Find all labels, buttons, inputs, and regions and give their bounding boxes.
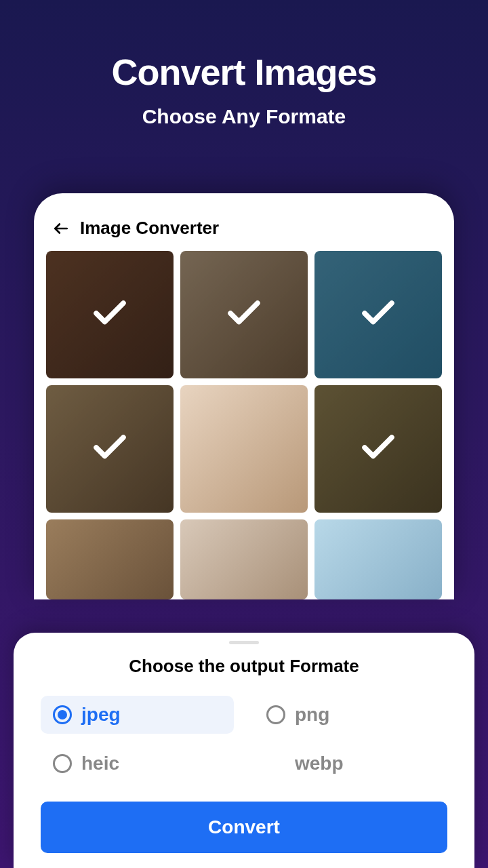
image-grid xyxy=(34,251,454,599)
hero-section: Convert Images Choose Any Formate xyxy=(0,0,488,155)
sheet-handle[interactable] xyxy=(229,641,259,644)
format-option-heic[interactable]: heic xyxy=(41,745,234,783)
sheet-title: Choose the output Formate xyxy=(41,656,447,677)
convert-button[interactable]: Convert xyxy=(41,802,447,853)
format-sheet: Choose the output Formate jpeg png heic … xyxy=(14,633,474,868)
hero-title: Convert Images xyxy=(27,51,461,93)
image-thumbnail[interactable] xyxy=(314,385,442,513)
radio-icon xyxy=(266,705,285,724)
image-thumbnail[interactable] xyxy=(314,251,442,378)
radio-icon xyxy=(53,754,72,773)
check-icon xyxy=(89,293,130,336)
image-thumbnail[interactable] xyxy=(180,251,308,378)
back-arrow-icon[interactable] xyxy=(52,219,70,238)
image-thumbnail[interactable] xyxy=(314,519,442,599)
check-icon xyxy=(89,427,130,471)
image-thumbnail[interactable] xyxy=(46,519,174,599)
format-option-png[interactable]: png xyxy=(254,696,447,734)
app-title: Image Converter xyxy=(80,218,219,239)
check-icon xyxy=(358,427,399,471)
format-options: jpeg png heic webp xyxy=(41,696,447,783)
format-option-webp[interactable]: webp xyxy=(254,745,447,783)
format-label: webp xyxy=(295,753,344,774)
image-thumbnail[interactable] xyxy=(180,385,308,513)
check-icon xyxy=(358,293,399,336)
radio-icon xyxy=(53,705,72,724)
image-thumbnail[interactable] xyxy=(46,385,174,513)
hero-subtitle: Choose Any Formate xyxy=(27,105,461,128)
format-label: heic xyxy=(81,753,119,774)
format-label: png xyxy=(295,704,329,726)
format-label: jpeg xyxy=(81,704,121,726)
check-icon xyxy=(224,293,264,336)
format-option-jpeg[interactable]: jpeg xyxy=(41,696,234,734)
phone-frame: Image Converter xyxy=(34,193,454,599)
image-thumbnail[interactable] xyxy=(180,519,308,599)
image-thumbnail[interactable] xyxy=(46,251,174,378)
app-bar: Image Converter xyxy=(34,212,454,251)
